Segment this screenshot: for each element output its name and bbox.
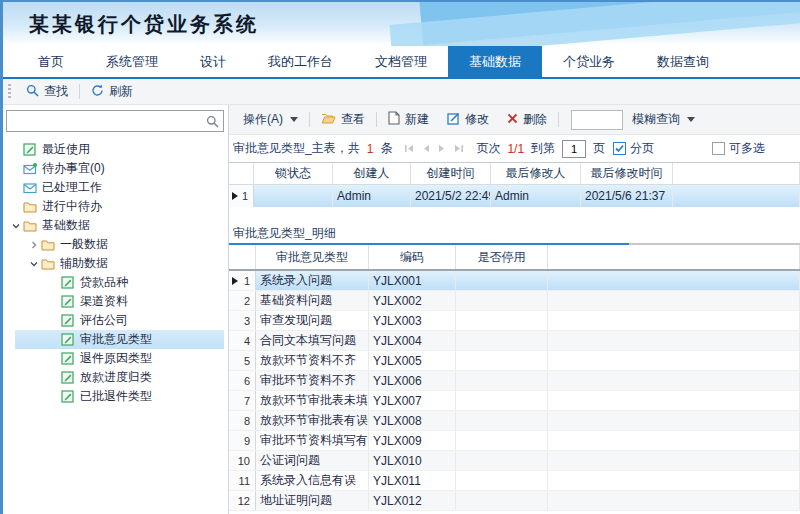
multiselect-toggle[interactable]: 可多选 (712, 140, 765, 157)
created-time-cell: 2021/5/2 22:49 (411, 185, 491, 207)
table-row[interactable]: 4 合同文本填写问题 YJLX004 (229, 331, 800, 351)
open-folder-icon (321, 112, 336, 127)
tree-search-input[interactable] (6, 110, 224, 132)
table-row[interactable]: 1 Admin 2021/5/2 22:49 Admin 2021/5/6 21… (229, 185, 800, 207)
new-button[interactable]: 新建 (379, 108, 438, 132)
fuzzy-query-button[interactable]: 模糊查询 (623, 108, 704, 132)
operation-menu-button[interactable]: 操作(A) (234, 108, 307, 132)
tree-item-label: 已批退件类型 (78, 388, 152, 405)
table-row[interactable]: 11 系统录入信息有误 YJLX011 (229, 471, 800, 491)
sidebar-item-return-reason[interactable]: 退件原因类型 (3, 349, 228, 368)
column-header[interactable]: 编码 (369, 245, 456, 269)
paging-toggle[interactable]: 分页 (613, 140, 654, 157)
chevron-down-icon[interactable] (27, 260, 41, 268)
sidebar-item-approved-return[interactable]: 已批退件类型 (3, 387, 228, 406)
sidebar-item-aux-data[interactable]: 辅助数据 (3, 254, 228, 273)
master-table-label: 审批意见类型_主表 (233, 140, 336, 157)
tab-data-query[interactable]: 数据查询 (636, 46, 730, 77)
view-button[interactable]: 查看 (312, 108, 374, 132)
goto-unit: 页 (593, 140, 605, 157)
tab-personal-loan[interactable]: 个贷业务 (542, 46, 636, 77)
app-window: 某某银行个贷业务系统 首页 系统管理 设计 我的工作台 文档管理 基础数据 个贷… (0, 0, 800, 514)
form-icon (61, 314, 78, 327)
fuzzy-query-input[interactable] (571, 110, 623, 130)
sidebar-item-processed[interactable]: 已处理工作 (3, 178, 228, 197)
opinion-type-cell: 放款环节审批表未填完 (256, 391, 369, 410)
table-row[interactable]: 10 公证词问题 YJLX010 (229, 451, 800, 471)
opinion-type-cell: 放款环节资料不齐 (256, 351, 369, 370)
detail-table-header: 审批意见类型 编码 是否停用 (229, 245, 800, 271)
sidebar-item-approval-opinion-type[interactable]: 审批意见类型 (3, 330, 228, 349)
tab-system-mgmt[interactable]: 系统管理 (85, 46, 179, 77)
modified-time-cell: 2021/5/6 21:37 (581, 185, 673, 207)
column-header[interactable]: 最后修改人 (491, 163, 581, 184)
row-number-header (229, 245, 256, 269)
column-header[interactable]: 是否停用 (456, 245, 548, 269)
sidebar-item-channel[interactable]: 渠道资料 (3, 292, 228, 311)
last-page-icon[interactable] (454, 142, 464, 156)
pagination-controls (404, 142, 464, 156)
delete-button-label: 删除 (523, 111, 547, 128)
column-header[interactable]: 创建时间 (411, 163, 491, 184)
tab-doc-mgmt[interactable]: 文档管理 (354, 46, 448, 77)
first-page-icon[interactable] (404, 142, 414, 156)
delete-button[interactable]: 删除 (498, 108, 556, 132)
sidebar-item-loan-progress[interactable]: 放款进度归类 (3, 368, 228, 387)
tab-home[interactable]: 首页 (17, 46, 85, 77)
sidebar-item-todo[interactable]: 待办事宜(0) (3, 159, 228, 178)
toolbar-separator (309, 112, 310, 127)
table-row[interactable]: 6 审批环节资料不齐 YJLX006 (229, 371, 800, 391)
table-row[interactable]: 5 放款环节资料不齐 YJLX005 (229, 351, 800, 371)
sidebar-item-appraisal[interactable]: 评估公司 (3, 311, 228, 330)
sidebar-item-inprogress[interactable]: 进行中待办 (3, 197, 228, 216)
sidebar-item-recent[interactable]: 最近使用 (3, 140, 228, 159)
window-titlebar: 某某银行个贷业务系统 (3, 2, 800, 46)
column-header[interactable]: 创建人 (333, 163, 411, 184)
modify-button[interactable]: 修改 (438, 108, 498, 132)
next-page-icon[interactable] (438, 142, 446, 156)
goto-page-input[interactable] (562, 140, 586, 158)
table-row[interactable]: 8 放款环节审批表有误 YJLX008 (229, 411, 800, 431)
table-row[interactable]: 3 审查发现问题 YJLX003 (229, 311, 800, 331)
code-cell: YJLX003 (369, 311, 456, 330)
column-header[interactable]: 锁状态 (254, 163, 333, 184)
sidebar-item-general-data[interactable]: 一般数据 (3, 235, 228, 254)
grid-status-bar: 审批意见类型_主表 ，共 1 条 页次 1/1 到第 页 分页 (229, 135, 800, 162)
code-cell: YJLX011 (369, 471, 456, 490)
mail-icon (23, 182, 40, 194)
sidebar-item-base-data[interactable]: 基础数据 (3, 216, 228, 235)
tab-detail-table[interactable]: 审批意见类型_明细 (231, 225, 342, 243)
column-header[interactable]: 最后修改时间 (581, 163, 673, 184)
count-unit: 条 (380, 140, 392, 157)
disabled-cell (456, 371, 548, 390)
chevron-down-icon[interactable] (9, 222, 23, 230)
tab-base-data[interactable]: 基础数据 (448, 46, 542, 77)
table-row[interactable]: 2 基础资料问题 YJLX002 (229, 291, 800, 311)
find-button-label: 查找 (44, 83, 68, 100)
chevron-right-icon[interactable] (27, 241, 41, 249)
column-header[interactable]: 审批意见类型 (256, 245, 369, 269)
master-table: 锁状态 创建人 创建时间 最后修改人 最后修改时间 1 Admin 2021/5… (229, 162, 800, 207)
table-row[interactable]: 12 地址证明问题 YJLX012 (229, 491, 800, 511)
prev-page-icon[interactable] (422, 142, 430, 156)
tab-workbench[interactable]: 我的工作台 (247, 46, 354, 77)
checkbox-checked-icon[interactable] (613, 142, 626, 155)
tab-design[interactable]: 设计 (179, 46, 247, 77)
new-button-label: 新建 (405, 111, 429, 128)
folder-icon (41, 239, 58, 251)
toolbar-separator (79, 84, 80, 99)
sidebar-item-loan-type[interactable]: 贷款品种 (3, 273, 228, 292)
refresh-button[interactable]: 刷新 (82, 81, 142, 103)
tree-item-label: 放款进度归类 (78, 369, 152, 386)
form-icon (61, 295, 78, 308)
tree-item-label: 贷款品种 (78, 274, 128, 291)
search-icon (206, 114, 219, 132)
find-button[interactable]: 查找 (17, 81, 77, 103)
table-row[interactable]: 9 审批环节资料填写有误 YJLX009 (229, 431, 800, 451)
modify-button-label: 修改 (465, 111, 489, 128)
disabled-cell (456, 291, 548, 310)
table-row[interactable]: 1 系统录入问题 YJLX001 (229, 271, 800, 291)
table-row[interactable]: 7 放款环节审批表未填完 YJLX007 (229, 391, 800, 411)
action-toolbar: 操作(A) 查看 新建 修改 (229, 105, 800, 135)
checkbox-unchecked-icon[interactable] (712, 142, 725, 155)
